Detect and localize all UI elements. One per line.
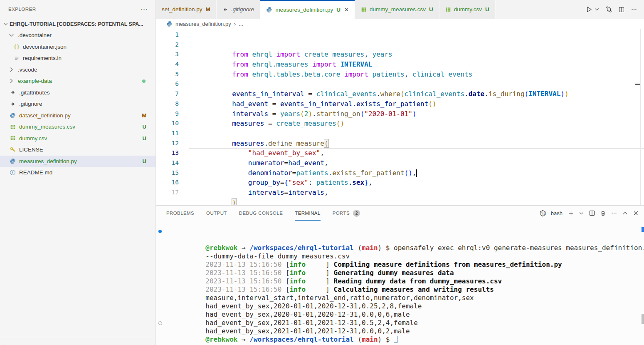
file-tree-row[interactable]: example-data	[0, 75, 155, 87]
file-tree-row[interactable]: requirements.in	[0, 52, 155, 64]
panel-tab[interactable]: DEBUG CONSOLE	[239, 206, 283, 221]
kill-terminal-icon[interactable]	[600, 210, 606, 216]
command-decoration[interactable]	[158, 261, 165, 269]
terminal-line-text: --dummy-data-file dummy_measures.csv	[165, 236, 350, 244]
file-tree-row[interactable]: dataset_definition.py M	[0, 110, 155, 122]
open-changes-icon[interactable]	[605, 6, 612, 13]
split-terminal-icon[interactable]	[589, 210, 595, 216]
code-line[interactable]: 16 )	[156, 178, 644, 188]
line-number: 4	[156, 60, 179, 69]
outline-section-header[interactable]: OUTLINE	[0, 338, 155, 345]
command-decoration[interactable]	[158, 269, 165, 277]
overview-ruler[interactable]	[640, 29, 641, 205]
terminal-line: had_event_by_sex,2021-01-01,2021-12-31,0…	[156, 310, 644, 319]
workspace-root-label: EHRQL-TUTORIAL [CODESPACES: POTENTIAL SP…	[10, 21, 143, 27]
editor-tab[interactable]: dummy_measures.csv U	[355, 0, 439, 19]
new-terminal-button[interactable]	[568, 210, 574, 216]
file-tree-row[interactable]: LICENSE	[0, 144, 155, 156]
command-decoration[interactable]	[158, 252, 165, 261]
file-tree-row[interactable]: {} devcontainer.json	[0, 41, 155, 53]
line-content: from ehrql.tables.beta.core import patie…	[192, 50, 472, 60]
code-line[interactable]: 6 had_event = events_in_interval.exists_…	[156, 79, 644, 89]
panel-tab[interactable]: PROBLEMS	[166, 206, 194, 221]
more-actions-icon[interactable]	[631, 6, 637, 13]
file-tree-row[interactable]: .devcontainer	[0, 30, 155, 41]
code-line[interactable]: 17	[156, 188, 644, 198]
panel-tab[interactable]: OUTPUT	[206, 206, 227, 221]
code-line[interactable]: 5 events_in_interval = clinical_events.w…	[156, 69, 644, 79]
code-line[interactable]: 10 measures.define_measure(	[156, 119, 644, 129]
maximize-panel-icon[interactable]	[622, 210, 628, 216]
code-line[interactable]: 7 intervals = years(2).starting_on("2020…	[156, 89, 644, 99]
vscode-window: EXPLORER ⋯ EHRQL-TUTORIAL [CODESPACES: P…	[0, 0, 644, 345]
run-dropdown-chevron-icon[interactable]	[594, 7, 600, 12]
command-decoration[interactable]	[158, 236, 165, 244]
close-icon[interactable]	[344, 7, 349, 12]
terminal-line: had_event_by_sex,2021-01-01,2021-12-31,0…	[156, 302, 644, 310]
terminal[interactable]: @rebkwok → /workspaces/ehrql-tutorial (m…	[156, 227, 644, 345]
code-line[interactable]: 1 from ehrql import create_measures, yea…	[156, 30, 644, 40]
file-tree-row[interactable]: .gitattributes	[0, 87, 155, 99]
command-decoration[interactable]	[158, 244, 165, 252]
code-line[interactable]: 2 from ehrql.measures import INTERVAL	[156, 40, 644, 50]
chevron-down-icon[interactable]	[2, 21, 9, 27]
git-icon	[222, 7, 228, 12]
git-icon	[9, 101, 16, 107]
split-editor-icon[interactable]	[618, 6, 625, 13]
breadcrumb[interactable]: measures_definition.py › ...	[156, 19, 644, 29]
explorer-title: EXPLORER	[8, 7, 36, 12]
csv-icon	[361, 7, 367, 12]
editor-tab[interactable]: .gitignore	[217, 0, 261, 19]
code-line[interactable]: 4	[156, 60, 644, 69]
explorer-more-actions-button[interactable]: ⋯	[141, 7, 148, 11]
terminal-line-text: 2023-11-13 15:16:50 [info ] Compiling me…	[165, 244, 562, 252]
code-line[interactable]: 8 measures = create_measures()	[156, 99, 644, 109]
breadcrumb-more[interactable]: ...	[239, 21, 243, 27]
code-line[interactable]: 11 "had_event_by_sex",	[156, 129, 644, 139]
command-decoration[interactable]	[158, 285, 165, 294]
file-tree-row[interactable]: .gitignore	[0, 98, 155, 110]
command-decoration[interactable]	[158, 277, 165, 285]
line-content: group_by={"sex": patients.sex},	[192, 158, 373, 168]
terminal-scrollbar-thumb[interactable]	[642, 314, 644, 324]
command-decoration[interactable]	[158, 294, 165, 302]
line-content: from ehrql import create_measures, years	[192, 30, 392, 40]
panel-more-actions-icon[interactable]	[611, 210, 617, 216]
code-line[interactable]: 14 group_by={"sex": patients.sex},	[156, 158, 644, 168]
file-tree-row[interactable]: dummy_measures.csv U	[0, 121, 155, 133]
terminal-dropdown-chevron-icon[interactable]	[579, 211, 584, 216]
editor-tab[interactable]: set_definition.py M	[156, 0, 217, 19]
terminal-line: 2023-11-13 15:16:50 [info ] Calculating …	[156, 269, 644, 277]
code-line[interactable]: 13 denominator=patients.exists_for_patie…	[156, 148, 644, 158]
code-line[interactable]: 3 from ehrql.tables.beta.core import pat…	[156, 50, 644, 60]
command-decoration[interactable]	[158, 310, 165, 319]
editor-tab[interactable]: measures_definition.py U	[260, 0, 355, 19]
file-label: devcontainer.json	[23, 44, 67, 50]
code-line[interactable]: 15 intervals=intervals,	[156, 168, 644, 178]
panel-tab[interactable]: PORTS 2	[333, 206, 360, 221]
csv-icon	[9, 135, 16, 141]
file-tree-row[interactable]: dummy.csv U	[0, 133, 155, 144]
run-python-file-button[interactable]	[585, 6, 592, 13]
panel-tab-label: TERMINAL	[295, 211, 320, 216]
workspace-root-folder[interactable]: EHRQL-TUTORIAL [CODESPACES: POTENTIAL SP…	[0, 18, 155, 30]
file-tree-row[interactable]: .vscode	[0, 64, 155, 76]
command-decoration[interactable]	[158, 319, 165, 327]
line-content: had_event = events_in_interval.exists_fo…	[192, 79, 437, 89]
shell-label[interactable]: bash	[551, 210, 563, 216]
terminal-scroll-decoration	[642, 227, 644, 232]
line-number: 6	[156, 79, 179, 89]
code-line[interactable]: 9	[156, 109, 644, 119]
command-decoration[interactable]	[158, 302, 165, 310]
terminal-toolbar: $ bash	[539, 206, 639, 221]
code-editor[interactable]: 1 from ehrql import create_measures, yea…	[156, 29, 644, 205]
editor-tab[interactable]: dummy.csv U	[439, 0, 496, 19]
command-decoration[interactable]	[158, 227, 165, 236]
close-panel-icon[interactable]	[633, 210, 639, 216]
code-line[interactable]: 12 numerator=had_event,	[156, 139, 644, 149]
csv-icon	[445, 7, 451, 12]
file-tree-row[interactable]: README.md	[0, 167, 155, 179]
panel-tab[interactable]: TERMINAL	[295, 206, 320, 221]
file-tree-row[interactable]: measures_definition.py U	[0, 156, 155, 167]
breadcrumb-file[interactable]: measures_definition.py	[175, 21, 231, 27]
